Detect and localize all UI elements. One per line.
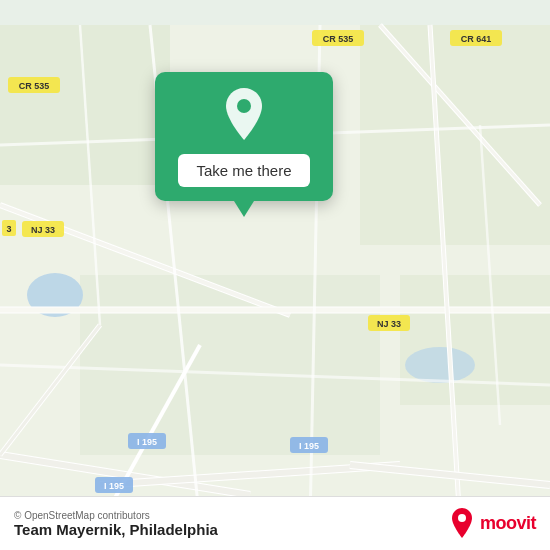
svg-rect-3 [80, 275, 380, 455]
svg-text:NJ 33: NJ 33 [31, 225, 55, 235]
take-me-there-button[interactable]: Take me there [178, 154, 309, 187]
svg-text:CR 641: CR 641 [461, 34, 492, 44]
svg-text:3: 3 [6, 224, 11, 234]
svg-rect-2 [360, 25, 550, 245]
svg-text:NJ 33: NJ 33 [377, 319, 401, 329]
bottom-left-info: © OpenStreetMap contributors Team Mayern… [14, 510, 218, 538]
map-container: CR 535 CR 641 CR 535 NJ 33 NJ 33 I 195 I… [0, 0, 550, 550]
osm-attribution: © OpenStreetMap contributors [14, 510, 218, 521]
svg-text:CR 535: CR 535 [323, 34, 354, 44]
location-name: Team Mayernik, Philadelphia [14, 521, 218, 538]
location-pin-icon [220, 88, 268, 144]
location-icon-wrapper [218, 90, 270, 142]
moovit-icon [448, 508, 476, 540]
svg-point-6 [405, 347, 475, 383]
svg-point-49 [458, 514, 466, 522]
svg-text:I 195: I 195 [137, 437, 157, 447]
svg-text:CR 535: CR 535 [19, 81, 50, 91]
location-popup: Take me there [155, 72, 333, 201]
svg-text:I 195: I 195 [299, 441, 319, 451]
bottom-bar: © OpenStreetMap contributors Team Mayern… [0, 496, 550, 550]
svg-text:I 195: I 195 [104, 481, 124, 491]
moovit-text: moovit [480, 513, 536, 534]
moovit-logo: moovit [448, 508, 536, 540]
svg-point-48 [237, 99, 251, 113]
